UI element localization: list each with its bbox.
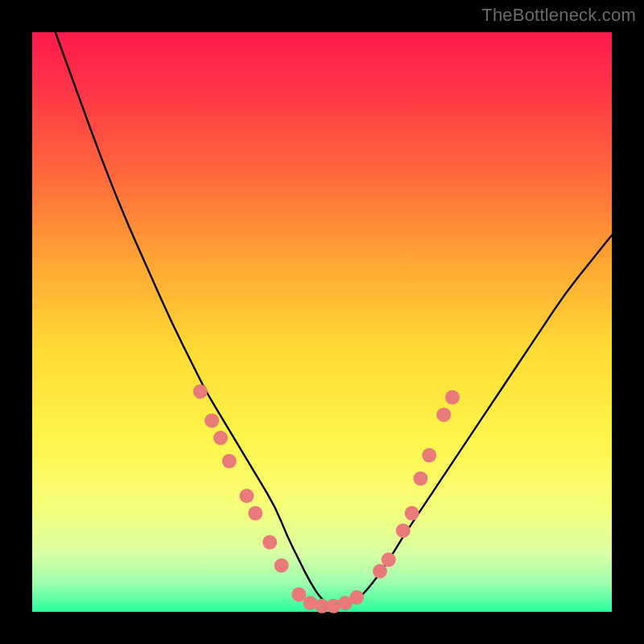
curve-dot: [291, 587, 306, 601]
curve-dot: [422, 448, 436, 463]
curve-dot: [222, 454, 237, 469]
curve-dot: [193, 384, 208, 398]
plot-background: [32, 32, 612, 612]
curve-dot: [213, 431, 228, 445]
curve-dot: [275, 558, 289, 572]
curve-dot: [349, 590, 364, 605]
curve-dot: [204, 413, 219, 427]
curve-dot: [413, 471, 427, 485]
bottleneck-chart: [0, 0, 644, 644]
curve-dot: [248, 506, 262, 521]
curve-dot: [382, 552, 396, 567]
curve-dot: [436, 407, 451, 422]
curve-dot: [262, 535, 277, 550]
curve-dot: [445, 390, 460, 405]
curve-dot: [373, 564, 387, 579]
chart-frame: TheBottleneck.com: [0, 0, 644, 644]
curve-dot: [405, 506, 419, 521]
curve-dot: [396, 523, 411, 538]
curve-dot: [239, 489, 254, 503]
watermark-text: TheBottleneck.com: [481, 5, 636, 26]
